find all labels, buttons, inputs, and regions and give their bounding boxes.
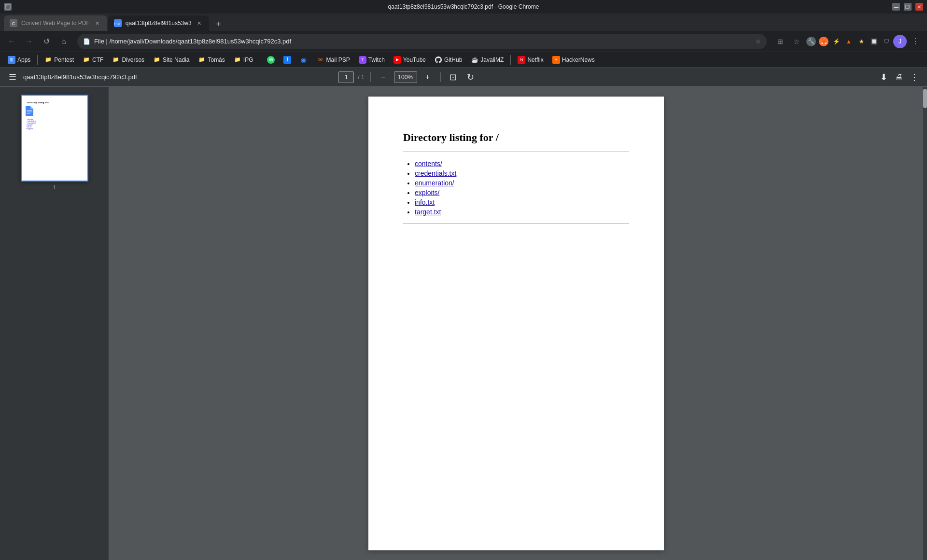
bookmark-pentest-label: Pentest [54, 56, 74, 63]
pdf-more-button[interactable]: ⋮ [908, 70, 921, 84]
sitenadia-folder-icon: 📁 [153, 56, 161, 64]
bookmark-youtube-label: YouTube [403, 56, 426, 63]
ext-icon-4[interactable]: ▲ [844, 37, 854, 46]
pdf-menu-button[interactable]: ☰ [6, 70, 19, 84]
bookmark-javalmz[interactable]: ☕ JavaliMZ [467, 54, 507, 66]
bookmark-button[interactable]: ☆ [789, 34, 804, 49]
netflix-icon: N [518, 56, 525, 64]
link-exploits[interactable]: exploits/ [415, 189, 439, 196]
tab-convert-label: Convert Web Page to PDF [21, 20, 90, 27]
bookmark-tomas[interactable]: 📁 Tomás [194, 54, 228, 66]
list-item: target.txt [415, 208, 629, 216]
list-item: info.txt [415, 198, 629, 206]
pdf-page-input[interactable] [338, 71, 354, 83]
diversos-folder-icon: 📁 [112, 56, 120, 64]
chrome-menu-button[interactable]: ⋮ [908, 34, 923, 49]
bookmark-github-label: GitHub [444, 56, 462, 63]
bookmark-github[interactable]: GitHub [431, 54, 466, 66]
link-info[interactable]: info.txt [415, 198, 435, 206]
address-bar[interactable]: 📄 File | /home/javali/Downloads/qaat13tp… [77, 34, 767, 49]
scrollbar-thumb[interactable] [923, 89, 927, 108]
close-button[interactable]: ✕ [915, 3, 923, 11]
list-item: credentials.txt [415, 169, 629, 177]
bookmarks-bar: ⊞ Apps 📁 Pentest 📁 CTF 📁 Diversos 📁 Site… [0, 52, 927, 68]
extensions-button[interactable]: ⊞ [772, 34, 788, 49]
list-item: enumeration/ [415, 179, 629, 187]
tab-convert-close[interactable]: ✕ [94, 19, 101, 27]
bookmark-chrome-ext[interactable]: ◉ [296, 54, 311, 66]
pdf-rotate-button[interactable]: ↻ [464, 70, 478, 84]
pdf-doc-area[interactable]: Directory listing for / contents/ creden… [109, 87, 923, 560]
title-bar: qaat13tp8z8el981us53w3hcqic792c3.pdf - G… [0, 0, 927, 14]
hackernews-icon: Y [552, 56, 560, 64]
apps-icon: ⊞ [8, 56, 15, 64]
profile-button[interactable]: J [893, 35, 907, 48]
tab-pdf-icon: PDF [114, 19, 122, 27]
ext-icon-1[interactable]: 🔧 [806, 37, 816, 46]
ext-icon-6[interactable]: 🔲 [869, 37, 879, 46]
pdf-page-title: Directory listing for / [403, 131, 629, 144]
bookmark-hackernews-label: HackerNews [562, 56, 595, 63]
pdf-thumbnail-container[interactable]: Directory listing for / • contents/ • cr… [21, 95, 88, 190]
bookmark-sitenadia[interactable]: 📁 Site Nadia [149, 54, 193, 66]
link-contents[interactable]: contents/ [415, 160, 442, 168]
pdf-sidebar: Directory listing for / • contents/ • cr… [0, 87, 109, 560]
whatsapp-icon: W [267, 56, 275, 64]
bookmark-netflix-label: Netflix [527, 56, 543, 63]
bookmark-ipg[interactable]: 📁 IPG [230, 54, 257, 66]
youtube-icon: ▶ [393, 56, 401, 64]
pdf-toolbar-center: / 1 − + ⊡ ↻ [338, 70, 477, 84]
tab-convert-pdf[interactable]: C Convert Web Page to PDF ✕ [4, 15, 107, 31]
pdf-zoom-input[interactable] [394, 71, 417, 83]
bookmark-mailpsp[interactable]: ✉ Mail PSP [312, 54, 353, 66]
bookmark-twitch[interactable]: T Twitch [355, 54, 389, 66]
pdf-zoom-out-button[interactable]: − [377, 70, 390, 84]
bookmark-diversos[interactable]: 📁 Diversos [108, 54, 148, 66]
pdf-print-button[interactable]: 🖨 [892, 70, 906, 84]
pdf-download-button[interactable]: ⬇ [877, 70, 890, 84]
pdf-page: Directory listing for / contents/ creden… [368, 97, 664, 550]
bookmark-diversos-label: Diversos [122, 56, 144, 63]
right-scrollbar[interactable] [923, 87, 927, 560]
back-button[interactable]: ← [4, 34, 19, 49]
javalmz-icon: ☕ [471, 56, 478, 64]
address-bookmark-icon: ☆ [756, 38, 761, 45]
pdf-zoom-in-button[interactable]: + [421, 70, 435, 84]
reload-button[interactable]: ↺ [39, 34, 54, 49]
ext-icon-7[interactable]: 🛡 [882, 37, 891, 46]
pdf-toolbar-right: ⬇ 🖨 ⋮ [877, 70, 921, 84]
svg-marker-7 [30, 106, 33, 109]
tab-pdf[interactable]: PDF qaat13tp8z8el981us53w3 ✕ [108, 15, 209, 31]
tab-pdf-close[interactable]: ✕ [196, 19, 203, 27]
svg-rect-9 [27, 112, 32, 112]
bookmark-netflix[interactable]: N Netflix [514, 54, 547, 66]
link-enumeration[interactable]: enumeration/ [415, 179, 454, 187]
ext-icon-3[interactable]: ⚡ [831, 37, 841, 46]
home-button[interactable]: ⌂ [56, 34, 71, 49]
bookmark-pentest[interactable]: 📁 Pentest [41, 54, 78, 66]
link-credentials[interactable]: credentials.txt [415, 169, 456, 177]
bookmark-whatsapp[interactable]: W [263, 54, 279, 66]
ext-icon-2[interactable]: 🦊 [819, 37, 829, 46]
ctf-folder-icon: 📁 [83, 56, 90, 64]
pentest-folder-icon: 📁 [44, 56, 52, 64]
svg-marker-6 [26, 106, 33, 116]
restore-button[interactable]: ❐ [904, 3, 912, 11]
facebook-icon: f [283, 56, 291, 64]
pdf-thumbnail: Directory listing for / • contents/ • cr… [21, 95, 88, 182]
bookmark-hackernews[interactable]: Y HackerNews [548, 54, 599, 66]
new-tab-button[interactable]: + [212, 17, 225, 31]
ext-icon-5[interactable]: ★ [857, 37, 866, 46]
forward-button[interactable]: → [21, 34, 37, 49]
pdf-fit-page-button[interactable]: ⊡ [447, 70, 460, 84]
pdf-toolbar: ☰ qaat13tp8z8el981us53w3hcqic792c3.pdf /… [0, 68, 927, 87]
bookmark-youtube[interactable]: ▶ YouTube [390, 54, 430, 66]
minimize-button[interactable]: — [892, 3, 900, 11]
svg-rect-1 [6, 5, 7, 6]
bookmark-facebook[interactable]: f [280, 54, 295, 66]
bookmark-ctf[interactable]: 📁 CTF [79, 54, 107, 66]
pdf-zoom-separator-2 [440, 72, 441, 82]
github-icon [435, 56, 442, 64]
bookmark-apps[interactable]: ⊞ Apps [4, 54, 34, 66]
link-target[interactable]: target.txt [415, 208, 441, 216]
